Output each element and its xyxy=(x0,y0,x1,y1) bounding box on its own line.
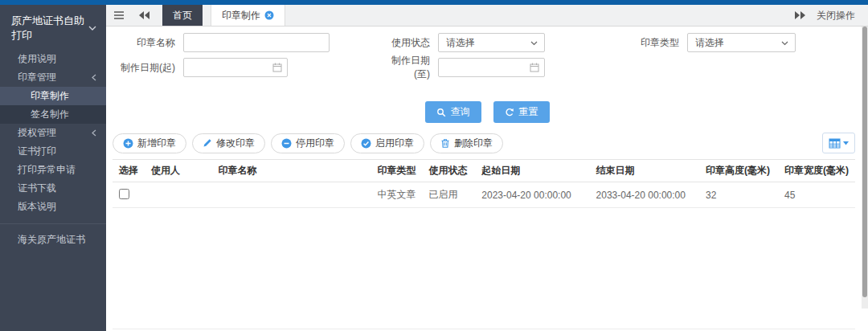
check-circle-icon xyxy=(361,138,371,149)
enable-seal-button[interactable]: 启用印章 xyxy=(350,133,424,153)
sidebar-item-label: 证书下载 xyxy=(18,182,56,195)
sidebar-item-authorization-management[interactable]: 授权管理 xyxy=(0,124,106,142)
col-seal-type: 印章类型 xyxy=(371,160,422,182)
hamburger-menu-icon[interactable] xyxy=(106,5,132,26)
chevron-down-icon xyxy=(781,41,788,46)
col-seal-name: 印章名称 xyxy=(211,160,371,182)
cell-seal-type: 中英文章 xyxy=(371,182,422,208)
double-left-arrow-icon[interactable] xyxy=(132,5,158,26)
table-row[interactable]: 中英文章 已启用 2023-04-20 00:00:00 2033-04-20 … xyxy=(113,182,855,208)
sidebar-item-seal-making[interactable]: 印章制作 xyxy=(0,87,106,105)
sidebar-item-label: 证书打印 xyxy=(18,145,56,158)
search-button-label: 查询 xyxy=(451,105,470,119)
tab-seal-making[interactable]: 印章制作 xyxy=(211,5,285,26)
cell-start-date: 2023-04-20 00:00:00 xyxy=(475,182,589,208)
pencil-icon xyxy=(203,138,212,148)
cell-user xyxy=(145,182,211,208)
reset-button-label: 重置 xyxy=(519,105,538,119)
col-seal-height: 印章高度(毫米) xyxy=(699,160,778,182)
edit-seal-button[interactable]: 修改印章 xyxy=(192,133,265,153)
trash-icon xyxy=(440,138,450,149)
use-status-select[interactable]: 请选择 xyxy=(438,33,545,52)
button-label: 新增印章 xyxy=(137,137,176,150)
sidebar: 原产地证书自助打印 使用说明 印章管理 印章制作 签名制作 授权管理 xyxy=(0,5,106,331)
seal-table: 选择 使用人 印章名称 印章类型 使用状态 起始日期 结束日期 印章高度(毫米)… xyxy=(113,159,855,208)
sidebar-item-version-notes[interactable]: 版本说明 xyxy=(0,198,106,216)
search-form: 印章名称 使用状态 请选择 印章类型 请选择 xyxy=(106,27,868,92)
seal-type-select[interactable]: 请选择 xyxy=(687,33,796,52)
chevron-left-icon xyxy=(92,74,96,81)
button-label: 启用印章 xyxy=(375,137,414,150)
sidebar-menu: 使用说明 印章管理 印章制作 签名制作 授权管理 证书打印 xyxy=(0,50,106,249)
select-value: 请选择 xyxy=(446,36,475,50)
sidebar-item-label: 印章制作 xyxy=(31,89,69,103)
sidebar-item-label: 使用说明 xyxy=(18,52,56,66)
cell-width: 45 xyxy=(778,182,855,208)
add-seal-button[interactable]: 新增印章 xyxy=(113,133,186,153)
caret-down-icon xyxy=(843,141,849,145)
reset-icon xyxy=(505,108,514,117)
sidebar-item-usage-notes[interactable]: 使用说明 xyxy=(0,50,106,68)
tab-home[interactable]: 首页 xyxy=(162,5,203,26)
sidebar-item-label: 印章管理 xyxy=(18,71,56,84)
seal-type-label: 印章类型 xyxy=(631,36,687,50)
sidebar-item-certificate-printing[interactable]: 证书打印 xyxy=(0,142,106,161)
delete-seal-button[interactable]: 删除印章 xyxy=(430,133,503,153)
sidebar-item-signature-making[interactable]: 签名制作 xyxy=(0,105,106,124)
col-select: 选择 xyxy=(113,160,145,182)
close-tab-icon[interactable] xyxy=(264,10,274,20)
seal-making-panel: 印章名称 使用状态 请选择 印章类型 请选择 xyxy=(106,27,868,330)
main-content: 首页 印章制作 关闭操作 印章名称 使用状 xyxy=(106,5,868,331)
reset-button[interactable]: 重置 xyxy=(493,101,550,123)
cell-end-date: 2033-04-20 00:00:00 xyxy=(590,182,700,208)
app-root: 原产地证书自助打印 使用说明 印章管理 印章制作 签名制作 授权管理 xyxy=(0,0,868,331)
col-end-date: 结束日期 xyxy=(590,160,700,182)
chevron-left-icon xyxy=(92,129,96,137)
vertical-scrollbar[interactable] xyxy=(862,27,868,309)
close-operations-button[interactable]: 关闭操作 xyxy=(817,9,855,22)
col-start-date: 起始日期 xyxy=(475,160,589,182)
sidebar-item-label: 授权管理 xyxy=(18,126,56,140)
table-grid-icon xyxy=(829,138,841,149)
app-title[interactable]: 原产地证书自助打印 xyxy=(0,5,106,50)
form-actions: 查询 重置 xyxy=(106,101,868,123)
button-label: 删除印章 xyxy=(454,137,493,150)
use-status-label: 使用状态 xyxy=(382,36,438,50)
sidebar-item-label: 版本说明 xyxy=(18,200,56,214)
col-user: 使用人 xyxy=(145,160,211,182)
double-right-arrow-icon[interactable] xyxy=(794,11,805,19)
minus-circle-icon xyxy=(281,138,292,149)
app-title-text: 原产地证书自助打印 xyxy=(11,14,88,43)
disable-seal-button[interactable]: 停用印章 xyxy=(271,133,345,153)
sidebar-item-label: 打印异常申请 xyxy=(18,163,76,177)
row-checkbox[interactable] xyxy=(119,189,129,199)
cell-height: 32 xyxy=(699,182,778,208)
button-label: 修改印章 xyxy=(216,137,255,150)
sidebar-item-certificate-download[interactable]: 证书下载 xyxy=(0,179,106,198)
tabbar-right-controls: 关闭操作 xyxy=(794,5,868,26)
search-button[interactable]: 查询 xyxy=(425,101,481,123)
seal-name-label: 印章名称 xyxy=(106,36,183,50)
button-label: 停用印章 xyxy=(296,137,334,150)
seal-name-input[interactable] xyxy=(183,33,330,52)
sidebar-item-label: 签名制作 xyxy=(31,108,69,121)
chevron-down-icon xyxy=(88,26,96,31)
cell-seal-name xyxy=(211,182,371,208)
table-header-row: 选择 使用人 印章名称 印章类型 使用状态 起始日期 结束日期 印章高度(毫米)… xyxy=(113,160,855,182)
sidebar-item-customs-origin-certificate[interactable]: 海关原产地证书 xyxy=(0,231,106,249)
tab-bar: 首页 印章制作 关闭操作 xyxy=(106,5,868,27)
select-value: 请选择 xyxy=(695,36,724,50)
tab-label: 首页 xyxy=(173,9,192,22)
cell-status: 已启用 xyxy=(422,182,475,208)
plus-circle-icon xyxy=(123,138,133,149)
calendar-icon[interactable] xyxy=(272,63,282,72)
columns-toggle-button[interactable] xyxy=(822,133,855,153)
sidebar-item-print-exception-application[interactable]: 打印异常申请 xyxy=(0,161,106,179)
col-seal-width: 印章宽度(毫米) xyxy=(778,160,855,182)
tab-label: 印章制作 xyxy=(222,9,260,22)
calendar-icon[interactable] xyxy=(530,63,539,72)
scrollbar-thumb[interactable] xyxy=(862,27,867,297)
sidebar-item-seal-management[interactable]: 印章管理 xyxy=(0,68,106,87)
col-use-status: 使用状态 xyxy=(422,160,475,182)
table-toolbar: 新增印章 修改印章 停用印章 启用印章 删除印章 xyxy=(113,133,855,153)
